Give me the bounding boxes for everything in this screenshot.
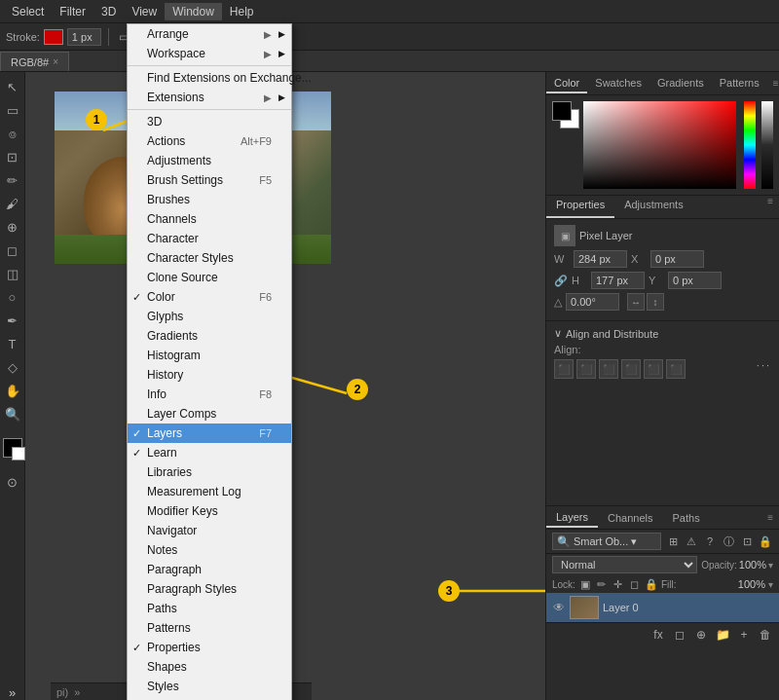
stroke-color-swatch[interactable] xyxy=(44,29,63,45)
tab-channels[interactable]: Channels xyxy=(598,509,662,527)
menu-item-workspace[interactable]: Workspace ▶ xyxy=(128,44,291,63)
menu-item-styles[interactable]: Styles xyxy=(128,677,291,696)
tab-swatches[interactable]: Swatches xyxy=(587,74,649,93)
add-layer-style-icon[interactable]: fx xyxy=(650,627,666,643)
expand-icon[interactable]: » xyxy=(74,686,80,698)
opacity-value[interactable]: 100% xyxy=(739,559,766,571)
tab-close-button[interactable]: × xyxy=(53,56,58,67)
menu-item-adjustments[interactable]: Adjustments xyxy=(128,151,291,170)
layer-lock-icon[interactable]: 🔒 xyxy=(758,534,773,549)
layers-panel-menu[interactable]: ≡ xyxy=(761,512,779,523)
menu-item-histogram[interactable]: Histogram xyxy=(128,346,291,365)
layer-warning-icon[interactable]: ⚠ xyxy=(684,534,699,549)
link-dimensions-icon[interactable]: 🔗 xyxy=(554,274,568,287)
pen-tool[interactable]: ✒ xyxy=(2,310,23,331)
lock-position-icon[interactable]: ✛ xyxy=(612,577,625,591)
menu-filter[interactable]: Filter xyxy=(52,3,93,20)
menu-item-layers[interactable]: Layers F7 xyxy=(128,424,291,443)
color-panel-menu-icon[interactable]: ≡ xyxy=(767,78,779,89)
layer-fx-icon[interactable]: ⊞ xyxy=(665,534,681,549)
bg-color-swatch[interactable] xyxy=(12,447,25,461)
menu-item-libraries[interactable]: Libraries xyxy=(128,462,291,482)
menu-item-gradients[interactable]: Gradients xyxy=(128,326,291,346)
opacity-chevron[interactable]: ▾ xyxy=(768,560,773,571)
menu-item-3d[interactable]: 3D xyxy=(128,112,291,131)
more-align-options[interactable]: ··· xyxy=(757,359,771,379)
align-bottom-button[interactable]: ⬛ xyxy=(666,359,686,379)
new-fill-layer-icon[interactable]: ⊕ xyxy=(693,627,709,643)
tab-adjustments[interactable]: Adjustments xyxy=(614,196,693,218)
menu-item-paragraph[interactable]: Paragraph xyxy=(128,560,291,579)
menu-item-info[interactable]: Info F8 xyxy=(128,385,291,404)
menu-item-color[interactable]: Color F6 xyxy=(128,287,291,307)
menu-item-character-styles[interactable]: Character Styles xyxy=(128,248,291,268)
align-right-button[interactable]: ⬛ xyxy=(599,359,618,379)
tab-gradients[interactable]: Gradients xyxy=(649,74,712,93)
menu-view[interactable]: View xyxy=(124,3,165,20)
alpha-slider[interactable] xyxy=(761,101,773,189)
lock-all-icon[interactable]: 🔒 xyxy=(645,577,658,591)
lock-image-icon[interactable]: ✏ xyxy=(595,577,609,591)
angle-input[interactable] xyxy=(566,293,619,311)
layer-visibility-toggle[interactable]: 👁 xyxy=(552,601,566,614)
menu-item-actions[interactable]: Actions Alt+F9 xyxy=(128,131,291,151)
align-section-toggle[interactable]: ∨ xyxy=(554,327,562,340)
zoom-tool[interactable]: 🔍 xyxy=(2,403,23,424)
menu-item-layer-comps[interactable]: Layer Comps xyxy=(128,404,291,424)
menu-item-brushes[interactable]: Brushes xyxy=(128,190,291,209)
blend-mode-select[interactable]: Normal xyxy=(552,556,697,573)
menu-item-history[interactable]: History xyxy=(128,365,291,385)
align-left-button[interactable]: ⬛ xyxy=(554,359,574,379)
quick-mask-tool[interactable]: ⊙ xyxy=(2,471,23,493)
spectrum-gradient[interactable] xyxy=(583,101,736,189)
crop-tool[interactable]: ⊡ xyxy=(2,146,23,167)
menu-item-patterns[interactable]: Patterns xyxy=(128,618,291,638)
align-center-h-button[interactable]: ⬛ xyxy=(576,359,596,379)
menu-item-measurement-log[interactable]: Measurement Log xyxy=(128,482,291,501)
w-input[interactable] xyxy=(574,250,627,268)
menu-select[interactable]: Select xyxy=(4,3,52,20)
menu-item-arrange[interactable]: Arrange ▶ xyxy=(128,24,291,44)
menu-item-shapes[interactable]: Shapes xyxy=(128,657,291,677)
menu-item-modifier-keys[interactable]: Modifier Keys xyxy=(128,501,291,521)
tab-layers[interactable]: Layers xyxy=(546,508,598,528)
layer-help-icon[interactable]: ? xyxy=(702,534,718,549)
menu-item-swatches[interactable]: Swatches xyxy=(128,696,291,700)
hue-slider[interactable] xyxy=(744,101,756,189)
move-tool[interactable]: ↖ xyxy=(2,76,23,97)
brush-tool[interactable]: 🖌 xyxy=(2,193,23,214)
type-tool[interactable]: T xyxy=(2,333,23,354)
menu-item-notes[interactable]: Notes xyxy=(128,540,291,560)
menu-item-find-extensions[interactable]: Find Extensions on Exchange... xyxy=(128,68,291,88)
menu-item-learn[interactable]: Learn xyxy=(128,443,291,462)
tab-paths[interactable]: Paths xyxy=(663,509,710,527)
foreground-color-box[interactable] xyxy=(552,101,572,121)
menu-item-extensions[interactable]: Extensions ▶ xyxy=(128,88,291,107)
menu-item-brush-settings[interactable]: Brush Settings F5 xyxy=(128,170,291,190)
tab-properties[interactable]: Properties xyxy=(546,196,614,218)
menu-help[interactable]: Help xyxy=(222,3,262,20)
expand-tools[interactable]: » xyxy=(9,685,16,700)
shape-tool[interactable]: ◇ xyxy=(2,356,23,378)
menu-item-channels[interactable]: Channels xyxy=(128,209,291,229)
stroke-value[interactable] xyxy=(67,28,101,46)
layer-row[interactable]: 👁 Layer 0 xyxy=(546,593,779,622)
delete-layer-icon[interactable]: 🗑 xyxy=(758,627,773,643)
lasso-tool[interactable]: ⌾ xyxy=(2,123,23,144)
fg-color-swatch[interactable] xyxy=(3,438,22,458)
flip-v-button[interactable]: ↕ xyxy=(647,293,664,311)
x-input[interactable] xyxy=(650,250,704,268)
menu-item-properties[interactable]: Properties xyxy=(128,638,291,657)
lock-transparent-icon[interactable]: ▣ xyxy=(578,577,592,591)
fill-chevron[interactable]: ▾ xyxy=(768,579,773,590)
new-layer-icon[interactable]: + xyxy=(736,627,752,643)
document-tab[interactable]: RGB/8# × xyxy=(0,52,69,71)
layer-info-icon[interactable]: ⓘ xyxy=(721,534,736,549)
lock-artboard-icon[interactable]: ◻ xyxy=(628,577,642,591)
fill-value[interactable]: 100% xyxy=(738,578,765,590)
select-tool[interactable]: ▭ xyxy=(2,99,23,121)
tab-patterns[interactable]: Patterns xyxy=(712,74,767,93)
menu-item-navigator[interactable]: Navigator xyxy=(128,521,291,540)
eraser-tool[interactable]: ◻ xyxy=(2,239,23,261)
align-center-v-button[interactable]: ⬛ xyxy=(644,359,663,379)
